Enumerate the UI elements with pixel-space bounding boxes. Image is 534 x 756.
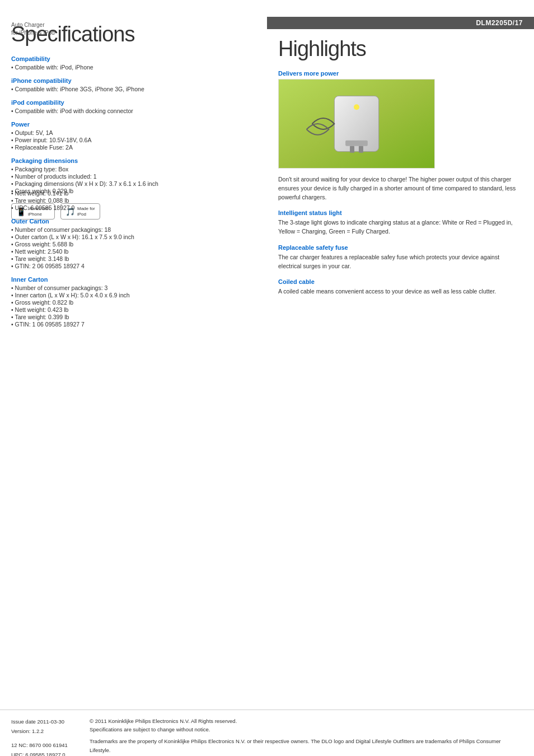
- product-image-svg: [279, 79, 434, 169]
- spec-section-compatibility: Compatibility Compatible with: iPod, iPh…: [11, 55, 256, 71]
- footer-left: Issue date 2011-03-30 Version: 1.2.2 12 …: [11, 717, 78, 756]
- inner-carton-item-0: Number of consumer packagings: 3: [11, 284, 256, 291]
- highlights-title: Highlights: [278, 37, 523, 61]
- inner-carton-item-4: Tare weight: 0.399 lb: [11, 314, 256, 320]
- svg-point-2: [354, 104, 359, 110]
- outer-carton-item-3: Nett weight: 2.540 lb: [11, 248, 256, 255]
- svg-rect-5: [359, 146, 363, 153]
- outer-carton-item-5: GTIN: 2 06 09585 18927 4: [11, 263, 256, 269]
- inner-carton-section: Inner Carton Number of consumer packagin…: [11, 276, 256, 328]
- status-light-text: The 3-stage light glows to indicate char…: [278, 218, 523, 236]
- nett-weight: Nett weight: 0.141 lb: [11, 190, 256, 197]
- delivers-power-text: Don't sit around waiting for your device…: [278, 175, 523, 202]
- svg-rect-4: [350, 146, 354, 153]
- inner-carton-item-2: Gross weight: 0.822 lb: [11, 299, 256, 306]
- outer-carton-item-4: Tare weight: 3.148 lb: [11, 255, 256, 262]
- coiled-cable-text: A coiled cable means convenient access t…: [278, 287, 523, 296]
- issue-date: Issue date 2011-03-30: [11, 717, 78, 726]
- status-light-title: Intelligent status light: [278, 209, 523, 216]
- outer-carton-item-1: Outer carton (L x W x H): 16.1 x 7.5 x 9…: [11, 234, 256, 240]
- safety-fuse-title: Replaceable safety fuse: [278, 244, 523, 251]
- highlight-safety-fuse: Replaceable safety fuse The car charger …: [278, 244, 523, 271]
- product-image-inner: [279, 80, 434, 168]
- inner-carton-title: Inner Carton: [11, 276, 256, 283]
- highlight-delivers-power: Delivers more power: [278, 70, 523, 202]
- auto-charger-label: Auto Charger: [11, 21, 55, 29]
- footer-right: © 2011 Koninklijke Philips Electronics N…: [90, 717, 523, 756]
- page: DLM2205D/17 Auto Charger for iPhone & iP…: [0, 17, 534, 756]
- top-label: Auto Charger for iPhone & iPod: [11, 21, 55, 37]
- svg-rect-3: [345, 141, 368, 146]
- for-label: for iPhone & iPod: [11, 29, 55, 37]
- extra-items-area: Nett weight: 0.141 lb Tare weight: 0.088…: [11, 190, 256, 328]
- delivers-power-title: Delivers more power: [278, 70, 523, 77]
- middle-specs-left: Nett weight: 0.141 lb Tare weight: 0.088…: [11, 69, 267, 334]
- highlight-status-light: Intelligent status light The 3-stage lig…: [278, 209, 523, 236]
- compatibility-title: Compatibility: [11, 55, 256, 62]
- inner-carton-item-1: Inner carton (L x W x H): 5.0 x 4.0 x 6.…: [11, 292, 256, 298]
- inner-carton-item-5: GTIN: 1 06 09585 18927 7: [11, 321, 256, 328]
- product-code-bar: DLM2205D/17: [267, 17, 534, 29]
- highlights-column: Highlights Delivers more power: [267, 17, 523, 304]
- nc-upc: 12 NC: 8670 000 61941 UPC: 6 09585 18927…: [11, 740, 78, 756]
- footer: Issue date 2011-03-30 Version: 1.2.2 12 …: [0, 710, 534, 756]
- outer-carton-item-0: Number of consumer packagings: 18: [11, 226, 256, 233]
- safety-fuse-text: The car charger features a replaceable s…: [278, 253, 523, 271]
- version: Version: 1.2.2: [11, 726, 78, 736]
- outer-carton-title: Outer Carton: [11, 218, 256, 225]
- product-code: DLM2205D/17: [476, 19, 523, 27]
- upc: UPC: 6 09585 18927 0: [11, 204, 256, 211]
- highlight-coiled-cable: Coiled cable A coiled cable means conven…: [278, 278, 523, 296]
- product-image: [278, 79, 435, 169]
- outer-carton-item-2: Gross weight: 5.688 lb: [11, 241, 256, 248]
- outer-carton-section: Outer Carton Number of consumer packagin…: [11, 218, 256, 269]
- coiled-cable-title: Coiled cable: [278, 278, 523, 285]
- tare-weight: Tare weight: 0.088 lb: [11, 197, 256, 204]
- copyright-text: © 2011 Koninklijke Philips Electronics N…: [90, 717, 523, 734]
- trademark-text: Trademarks are the property of Koninklij…: [90, 737, 523, 754]
- inner-carton-item-3: Nett weight: 0.423 lb: [11, 306, 256, 313]
